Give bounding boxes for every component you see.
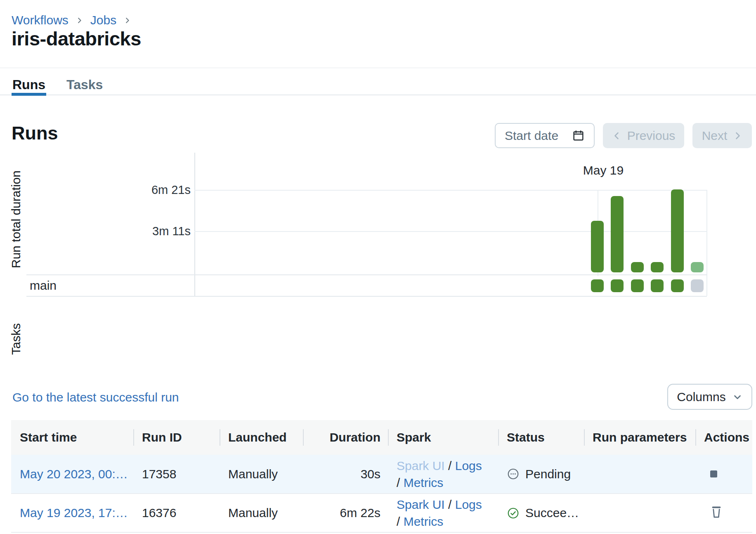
breadcrumb: Workflows Jobs [12, 13, 131, 27]
run-parameters-cell [584, 494, 695, 532]
next-label: Next [702, 129, 728, 143]
task-status-square[interactable] [611, 279, 624, 292]
run-duration-bar[interactable] [611, 196, 624, 272]
col-header-status[interactable]: Status [498, 420, 584, 455]
status-label: Succee… [525, 506, 579, 520]
tab-bar: Runs Tasks [12, 78, 103, 92]
status-label: Pending [525, 467, 571, 481]
calendar-icon [572, 129, 585, 142]
spark-separator: / [397, 515, 404, 528]
launched-cell: Manually [220, 494, 303, 532]
jobs-run-page: Workflows Jobs iris-databricks Runs Task… [0, 0, 756, 534]
y-tick-label: 3m 11s [116, 224, 191, 238]
run-duration-bar[interactable] [671, 189, 684, 272]
run-duration-bar[interactable] [631, 262, 644, 272]
col-header-spark[interactable]: Spark [388, 420, 498, 455]
logs-link[interactable]: Logs [455, 498, 482, 511]
tab-runs[interactable]: Runs [12, 78, 45, 92]
tab-tasks[interactable]: Tasks [66, 78, 103, 92]
metrics-link[interactable]: Metrics [404, 515, 444, 528]
status-cell: Pending [498, 455, 584, 494]
actions-cell [695, 494, 752, 532]
tasks-axis-label: Tasks [9, 323, 23, 355]
task-row-label: main [30, 279, 57, 292]
divider [0, 68, 756, 68]
breadcrumb-jobs-link[interactable]: Jobs [90, 13, 116, 27]
run-start-time-link[interactable]: May 20 2023, 00:… [20, 467, 128, 481]
task-status-square[interactable] [591, 279, 604, 292]
chevron-right-icon [76, 17, 83, 24]
task-status-square[interactable] [651, 279, 664, 292]
spark-separator: / [445, 459, 455, 473]
run-duration-bar[interactable] [591, 221, 604, 272]
chevron-right-icon [123, 17, 131, 24]
run-duration-bar[interactable] [651, 262, 664, 272]
y-tick-label: 6m 21s [116, 183, 191, 197]
gridline [194, 190, 707, 191]
actions-cell [695, 455, 752, 494]
task-status-square[interactable] [671, 279, 684, 292]
chevron-left-icon [612, 131, 622, 141]
y-axis-label: Run total duration [9, 170, 23, 268]
breadcrumb-workflows-link[interactable]: Workflows [12, 13, 69, 27]
run-start-time-link[interactable]: May 19 2023, 17:… [20, 506, 128, 520]
gridline [194, 231, 707, 232]
columns-label: Columns [677, 390, 725, 404]
duration-cell: 30s [303, 455, 388, 494]
spark-ui-link-disabled: Spark UI [397, 459, 445, 473]
col-header-duration[interactable]: Duration [303, 420, 388, 455]
col-header-run-parameters[interactable]: Run parameters [584, 420, 695, 455]
col-header-launched[interactable]: Launched [220, 420, 303, 455]
task-band-bottom-line [26, 296, 707, 297]
columns-button[interactable]: Columns [667, 384, 752, 410]
run-id-cell: 17358 [133, 455, 220, 494]
page-title: iris-databricks [12, 27, 141, 50]
status-cell: Succee… [498, 494, 584, 532]
spark-links-cell: Spark UI / Logs / Metrics [388, 455, 498, 494]
task-band-top-line [26, 274, 707, 275]
chevron-right-icon [732, 131, 742, 141]
divider [0, 95, 756, 95]
task-status-square[interactable] [631, 279, 644, 292]
spark-separator: / [397, 476, 404, 489]
run-parameters-cell [584, 455, 695, 494]
chart-date-label: May 19 [574, 163, 632, 177]
runs-table: Start time Run ID Launched Duration Spar… [11, 420, 752, 533]
chevron-down-icon [732, 392, 743, 402]
table-row: May 20 2023, 00:… 17358 Manually 30s Spa… [11, 455, 752, 494]
start-date-button[interactable]: Start date [495, 123, 595, 148]
previous-button[interactable]: Previous [603, 123, 684, 148]
runs-section-heading: Runs [12, 123, 58, 144]
spark-links-cell: Spark UI / Logs / Metrics [388, 494, 498, 532]
success-status-icon [507, 507, 520, 520]
run-duration-bar[interactable] [691, 262, 704, 272]
run-id-cell: 16376 [133, 494, 220, 532]
launched-cell: Manually [220, 455, 303, 494]
previous-label: Previous [627, 129, 676, 143]
cancel-run-icon[interactable] [710, 470, 717, 477]
task-status-square[interactable] [691, 279, 704, 292]
col-header-run-id[interactable]: Run ID [133, 420, 220, 455]
delete-run-icon[interactable] [710, 505, 723, 519]
spark-separator: / [445, 498, 455, 511]
plot-right-line [706, 190, 707, 296]
logs-link[interactable]: Logs [455, 459, 482, 473]
spark-ui-link[interactable]: Spark UI [397, 498, 445, 511]
next-button[interactable]: Next [692, 123, 752, 148]
col-header-start-time[interactable]: Start time [11, 420, 133, 455]
latest-successful-run-link[interactable]: Go to the latest successful run [12, 390, 179, 404]
table-row: May 19 2023, 17:… 16376 Manually 6m 22s … [11, 494, 752, 532]
start-date-label: Start date [505, 129, 558, 143]
table-header-row: Start time Run ID Launched Duration Spar… [11, 420, 752, 455]
metrics-link[interactable]: Metrics [404, 476, 444, 489]
col-header-actions: Actions [695, 420, 752, 455]
pending-status-icon [507, 468, 520, 480]
duration-cell: 6m 22s [303, 494, 388, 532]
